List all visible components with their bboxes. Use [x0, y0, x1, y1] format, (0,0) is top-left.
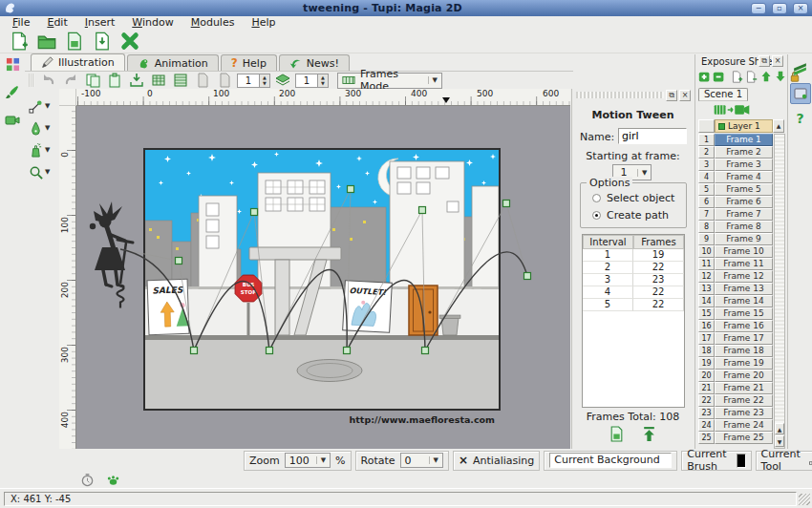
interval-table[interactable]: Interval Frames 1 19 2 22 3 23 4 22 5 22 — [582, 234, 685, 408]
interval-cell[interactable]: 2 — [583, 262, 633, 274]
frame-number-cell[interactable]: 21 — [698, 382, 715, 394]
chevron-down-icon[interactable]: ▼ — [45, 146, 50, 154]
fill-tool-button[interactable]: ▼ — [27, 140, 61, 159]
close-panel-icon[interactable]: × — [772, 55, 783, 67]
layer-spinbox[interactable]: 1 ▲▼ — [295, 74, 329, 88]
chevron-down-icon[interactable]: ▼ — [45, 124, 50, 132]
frames-cell[interactable]: 19 — [633, 249, 684, 262]
frame-cell[interactable]: Frame 16 — [715, 320, 773, 332]
frame-cell[interactable]: Frame 20 — [715, 370, 773, 382]
close-project-button[interactable] — [118, 31, 141, 52]
frame-row[interactable]: 2 Frame 2 — [698, 146, 773, 159]
frame-cell[interactable]: Frame 6 — [715, 196, 773, 208]
interval-cell[interactable]: 1 — [583, 249, 633, 262]
color-palette-button[interactable] — [3, 55, 22, 73]
frame-cell[interactable]: Frame 11 — [715, 258, 773, 270]
scroll-up-icon[interactable]: ▲ — [773, 119, 784, 133]
current-brush-control[interactable]: Current Brush — [681, 451, 751, 471]
apply-tween-button[interactable] — [640, 425, 659, 442]
tween-name-input[interactable] — [618, 128, 687, 144]
frame-row[interactable]: 5 Frame 5 — [698, 183, 773, 196]
frame-row[interactable]: 24 Frame 24 — [698, 419, 773, 432]
remove-layer-button[interactable] — [713, 70, 725, 83]
object-properties-button[interactable] — [790, 83, 811, 104]
current-background-label[interactable]: Current Background — [549, 453, 672, 468]
tab-news[interactable]: News! — [279, 54, 350, 71]
menu-help[interactable]: Help — [243, 16, 284, 30]
zoom-tool-button[interactable]: ▼ — [27, 162, 61, 181]
scroll-up-icon[interactable]: ▲ — [775, 423, 784, 434]
frame-row[interactable]: 10 Frame 10 — [698, 245, 773, 258]
current-background-control[interactable]: Current Background — [544, 451, 677, 471]
layers-button[interactable] — [273, 72, 292, 89]
add-layer-button[interactable] — [698, 70, 711, 83]
storyboard-button[interactable] — [171, 72, 190, 89]
new-document-button[interactable] — [8, 31, 31, 52]
radio-on-icon[interactable] — [592, 211, 601, 220]
frame-number-cell[interactable]: 25 — [698, 432, 715, 444]
antialiasing-toggle[interactable]: × Antialiasing — [453, 451, 540, 471]
frame-row[interactable]: 7 Frame 7 — [698, 208, 773, 221]
drawing-workspace[interactable]: SALES BUS STOP OUTLET! — [76, 106, 570, 449]
frame-row[interactable]: 13 Frame 13 — [698, 283, 773, 295]
frame-number-cell[interactable]: 16 — [698, 320, 715, 332]
move-frame-down-button[interactable] — [774, 70, 786, 83]
frame-cell[interactable]: Frame 14 — [715, 295, 773, 307]
frame-number-cell[interactable]: 13 — [698, 283, 715, 295]
frame-number-cell[interactable]: 4 — [698, 171, 715, 183]
scroll-down-icon[interactable]: ▼ — [775, 435, 784, 447]
interval-cell[interactable]: 4 — [583, 286, 633, 299]
close-button[interactable]: × — [793, 3, 808, 14]
float-panel-icon[interactable]: ⧉ — [759, 55, 770, 67]
remove-frame-button[interactable] — [745, 70, 758, 83]
menu-insert[interactable]: Insert — [76, 16, 124, 30]
frame-row[interactable]: 1 Frame 1 — [698, 134, 773, 146]
radio-off-icon[interactable] — [592, 194, 601, 202]
frame-row[interactable]: 21 Frame 21 — [698, 382, 773, 394]
frame-number-cell[interactable]: 10 — [698, 245, 715, 258]
frame-cell[interactable]: Frame 10 — [715, 245, 773, 258]
chevron-down-icon[interactable]: ▼ — [45, 102, 50, 110]
frame-row[interactable]: 4 Frame 4 — [698, 171, 773, 183]
layer-header[interactable]: Layer 1 — [715, 119, 773, 133]
spin-down-icon[interactable]: ▼ — [318, 80, 328, 87]
frame-number-cell[interactable]: 14 — [698, 295, 715, 307]
frame-number-cell[interactable]: 23 — [698, 407, 715, 419]
frame-cell[interactable]: Frame 18 — [715, 345, 773, 357]
frames-scrollbar[interactable]: ▲ ▼ — [774, 134, 785, 449]
frame-row[interactable]: 6 Frame 6 — [698, 196, 773, 208]
frame-spinbox[interactable]: 1 ▲▼ — [237, 74, 270, 88]
import-project-button[interactable] — [91, 31, 114, 52]
frame-cell[interactable]: Frame 3 — [715, 159, 773, 171]
undo-button[interactable] — [39, 72, 58, 89]
tab-illustration[interactable]: Illustration — [31, 53, 125, 71]
frame-number-cell[interactable]: 3 — [698, 159, 715, 171]
frame-row[interactable]: 8 Frame 8 — [698, 221, 773, 233]
horizontal-ruler[interactable]: -100 0 100 200 300 400 500 600 — [76, 89, 570, 106]
frames-column-header[interactable]: Frames — [633, 235, 684, 249]
frame-row[interactable]: 15 Frame 15 — [698, 307, 773, 320]
frame-number-cell[interactable]: 11 — [698, 258, 715, 270]
create-path-radio[interactable]: Create path — [592, 209, 669, 222]
frame-cell[interactable]: Frame 7 — [715, 208, 773, 221]
maximize-button[interactable]: ▫ — [772, 3, 787, 14]
interval-cell[interactable]: 3 — [583, 274, 633, 286]
frame-row[interactable]: 22 Frame 22 — [698, 394, 773, 407]
menu-modules[interactable]: Modules — [182, 16, 244, 30]
frames-cell[interactable]: 22 — [633, 262, 684, 274]
exposure-sheet-button[interactable] — [790, 58, 811, 79]
brush-color-swatch[interactable] — [737, 454, 746, 468]
frame-cell[interactable]: Frame 23 — [715, 407, 773, 419]
vertical-ruler[interactable]: 0 100 200 300 400 — [59, 106, 76, 449]
menu-window[interactable]: Window — [123, 16, 182, 30]
frame-cell[interactable]: Frame 15 — [715, 307, 773, 320]
insert-frame-button[interactable] — [731, 70, 743, 83]
frame-row[interactable]: 18 Frame 18 — [698, 345, 773, 357]
chevron-down-icon[interactable]: ▼ — [45, 168, 50, 176]
frame-row[interactable]: 19 Frame 19 — [698, 357, 773, 370]
paste-button[interactable] — [105, 72, 124, 89]
frame-row[interactable]: 14 Frame 14 — [698, 295, 773, 307]
interval-row[interactable]: 3 23 — [583, 274, 684, 286]
frame-number-cell[interactable]: 12 — [698, 270, 715, 283]
pen-tool-button[interactable]: ▼ — [27, 118, 61, 138]
